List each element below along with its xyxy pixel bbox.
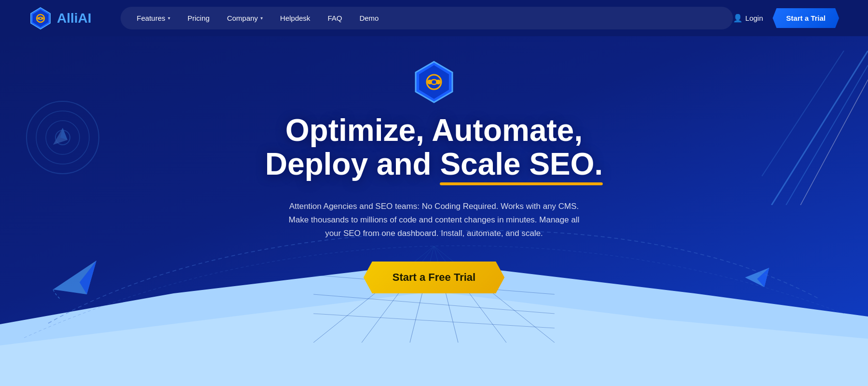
hero-section: Optimize, Automate, Deploy and Scale SEO… [0,36,868,386]
features-chevron-icon: ▾ [168,15,170,21]
nav-helpdesk[interactable]: Helpdesk [272,11,318,26]
hero-content: Optimize, Automate, Deploy and Scale SEO… [0,36,868,386]
nav-demo[interactable]: Demo [352,11,386,26]
start-trial-button[interactable]: Start a Trial [773,8,839,28]
navbar: AlliAI Features ▾ Pricing Company ▾ Help… [0,0,868,36]
nav-pricing[interactable]: Pricing [180,11,217,26]
logo[interactable]: AlliAI [29,7,92,30]
nav-links: Features ▾ Pricing Company ▾ Helpdesk FA… [121,7,733,29]
nav-features[interactable]: Features ▾ [129,11,178,26]
hero-title: Optimize, Automate, Deploy and Scale SEO… [265,113,603,181]
hero-logo-icon [412,60,456,104]
nav-faq[interactable]: FAQ [320,11,350,26]
hero-subtitle: Attention Agencies and SEO teams: No Cod… [285,200,583,240]
cta-button[interactable]: Start a Free Trial [364,262,504,293]
user-icon: 👤 [733,14,743,23]
login-button[interactable]: 👤 Login [733,14,763,23]
company-chevron-icon: ▾ [260,15,263,21]
logo-text: AlliAI [57,11,92,26]
nav-company[interactable]: Company ▾ [219,11,271,26]
logo-icon [29,7,52,30]
nav-right: 👤 Login Start a Trial [733,8,839,28]
